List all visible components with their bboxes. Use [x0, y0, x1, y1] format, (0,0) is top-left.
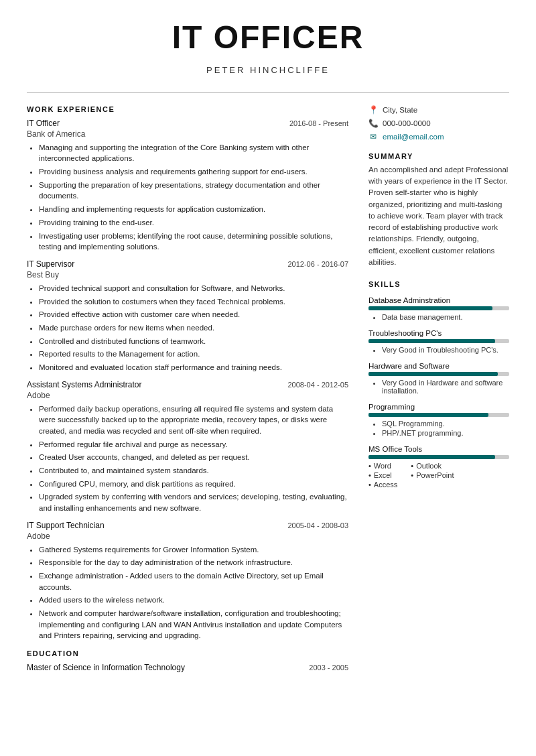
skill-block-0: Database Adminstration Data base managem…: [368, 296, 509, 321]
skill-name-4: MS Office Tools: [368, 445, 509, 453]
skill-desc-1: Very Good in Troubleshooting PC's.: [368, 346, 509, 354]
job-title-0: IT Officer: [27, 119, 60, 128]
skill-desc-0: Data base management.: [368, 313, 509, 321]
skill-block-3: Programming SQL Programming. PHP/.NET pr…: [368, 403, 509, 437]
job-company-1: Best Buy: [27, 270, 348, 279]
job-header-0: IT Officer 2016-08 - Present: [27, 119, 348, 128]
bullet: Contributed to, and maintained system st…: [39, 465, 348, 477]
bullet: Performed regular file archival and purg…: [39, 439, 348, 450]
skill-block-1: Troubleshooting PC's Very Good in Troubl…: [368, 329, 509, 354]
skill-block-2: Hardware and Software Very Good in Hardw…: [368, 362, 509, 395]
edu-entry-0: Master of Science in Information Technol…: [27, 663, 348, 672]
bullet: Configured CPU, memory, and disk partiti…: [39, 479, 348, 490]
job-header-3: IT Support Technician 2005-04 - 2008-03: [27, 521, 348, 530]
bullet: Providing training to the end-user.: [39, 217, 348, 229]
bullet: Managing and supporting the integration …: [39, 142, 348, 164]
skills-title: SKILLS: [368, 280, 509, 288]
resume-page: IT OFFICER PETER HINCHCLIFFE WORK EXPERI…: [0, 0, 536, 756]
job-dates-0: 2016-08 - Present: [289, 119, 348, 127]
bullet: Made purchase orders for new items when …: [39, 322, 348, 334]
job-header-2: Assistant Systems Administrator 2008-04 …: [27, 380, 348, 389]
bullet: Reported results to the Management for a…: [39, 349, 348, 360]
skill-bullet: SQL Programming.: [382, 420, 509, 428]
right-column: 📍 City, State 📞 000-000-0000 ✉ email@ema…: [368, 105, 509, 672]
msoffice-powerpoint: PowerPoint: [411, 471, 454, 479]
skill-bullet: Data base management.: [382, 313, 509, 321]
msoffice-col-1: Word Excel Access: [368, 462, 397, 489]
bullet: Created User accounts, changed, and dele…: [39, 452, 348, 463]
candidate-name: PETER HINCHCLIFFE: [27, 65, 509, 75]
skill-name-2: Hardware and Software: [368, 362, 509, 370]
bullet: Handling and implementing requests for a…: [39, 204, 348, 215]
job-title-1: IT Supervisor: [27, 259, 74, 269]
skill-bar-bg-0: [368, 306, 509, 310]
skill-bar-fill-0: [368, 306, 492, 310]
contact-section: 📍 City, State 📞 000-000-0000 ✉ email@ema…: [368, 105, 509, 141]
skill-desc-2: Very Good in Hardware and software insta…: [368, 379, 509, 395]
bullet: Investigating user problems; identifying…: [39, 231, 348, 253]
skill-name-3: Programming: [368, 403, 509, 411]
job-bullets-3: Gathered Systems requirements for Grower…: [27, 544, 348, 641]
summary-text: An accomplished and adept Professional w…: [368, 164, 509, 268]
job-header-1: IT Supervisor 2012-06 - 2016-07: [27, 259, 348, 269]
edu-degree-0: Master of Science in Information Technol…: [27, 663, 185, 672]
contact-phone: 📞 000-000-0000: [368, 119, 509, 128]
job-bullets-1: Provided technical support and consultat…: [27, 283, 348, 373]
email-icon: ✉: [368, 132, 378, 141]
skill-bullet: Very Good in Hardware and software insta…: [382, 379, 509, 395]
summary-title: SUMMARY: [368, 152, 509, 160]
location-icon: 📍: [368, 105, 378, 115]
bullet: Provided the solution to costumers when …: [39, 296, 348, 308]
bullet: Providing business analysis and requirem…: [39, 166, 348, 178]
msoffice-excel: Excel: [368, 471, 397, 479]
bullet: Supporting the preparation of key presen…: [39, 180, 348, 202]
bullet: Exchange administration - Added users to…: [39, 570, 348, 592]
job-dates-2: 2008-04 - 2012-05: [287, 381, 348, 389]
job-title-2: Assistant Systems Administrator: [27, 380, 141, 389]
job-company-2: Adobe: [27, 391, 348, 400]
bullet: Responsible for the day to day administr…: [39, 557, 348, 568]
contact-location: 📍 City, State: [368, 105, 509, 115]
bullet: Gathered Systems requirements for Grower…: [39, 544, 348, 556]
edu-dates-0: 2003 - 2005: [309, 664, 348, 672]
job-company-3: Adobe: [27, 531, 348, 541]
skill-bar-bg-2: [368, 372, 509, 376]
job-title: IT OFFICER: [27, 20, 509, 56]
bullet: Performed daily backup operations, ensur…: [39, 403, 348, 437]
msoffice-outlook: Outlook: [411, 462, 454, 470]
skill-bar-bg-3: [368, 413, 509, 417]
msoffice-tools: Word Excel Access Outlook PowerPoint: [368, 462, 509, 489]
job-dates-3: 2005-04 - 2008-03: [287, 521, 348, 529]
job-bullets-0: Managing and supporting the integration …: [27, 142, 348, 253]
job-dates-1: 2012-06 - 2016-07: [287, 260, 348, 268]
skill-bullet: Very Good in Troubleshooting PC's.: [382, 346, 509, 354]
skill-block-4: MS Office Tools Word Excel Access Outloo…: [368, 445, 509, 489]
skill-bar-fill-3: [368, 413, 488, 417]
main-layout: WORK EXPERIENCE IT Officer 2016-08 - Pre…: [27, 105, 509, 672]
msoffice-access: Access: [368, 481, 397, 489]
contact-location-text: City, State: [383, 106, 417, 114]
skill-bar-fill-2: [368, 372, 498, 376]
skill-bullet: PHP/.NET programming.: [382, 429, 509, 437]
contact-phone-text: 000-000-0000: [383, 119, 431, 127]
job-block-3: IT Support Technician 2005-04 - 2008-03 …: [27, 521, 348, 641]
header-divider: [27, 92, 509, 93]
left-column: WORK EXPERIENCE IT Officer 2016-08 - Pre…: [27, 105, 348, 672]
skill-desc-3: SQL Programming. PHP/.NET programming.: [368, 420, 509, 437]
contact-email: ✉ email@email.com: [368, 132, 509, 141]
skill-name-0: Database Adminstration: [368, 296, 509, 304]
job-title-3: IT Support Technician: [27, 521, 105, 530]
bullet: Provided effective action with customer …: [39, 309, 348, 320]
msoffice-col-2: Outlook PowerPoint: [411, 462, 454, 489]
skill-bar-fill-1: [368, 339, 495, 343]
job-bullets-2: Performed daily backup operations, ensur…: [27, 403, 348, 514]
job-block-2: Assistant Systems Administrator 2008-04 …: [27, 380, 348, 514]
bullet: Network and computer hardware/software i…: [39, 608, 348, 641]
contact-email-text: email@email.com: [383, 133, 444, 141]
work-experience-title: WORK EXPERIENCE: [27, 105, 348, 113]
bullet: Monitored and evaluated location staff p…: [39, 362, 348, 373]
msoffice-word: Word: [368, 462, 397, 470]
header: IT OFFICER PETER HINCHCLIFFE: [27, 20, 509, 82]
bullet: Upgraded system by conferring with vendo…: [39, 491, 348, 513]
job-company-0: Bank of America: [27, 129, 348, 139]
